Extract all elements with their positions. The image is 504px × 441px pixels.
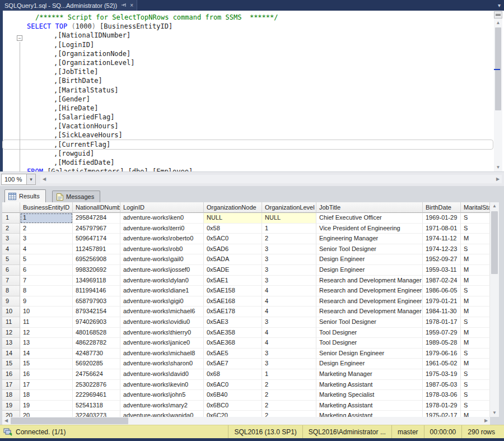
- grid-cell[interactable]: M: [461, 411, 490, 417]
- grid-cell[interactable]: M: [461, 234, 490, 244]
- grid-cell[interactable]: 4: [262, 296, 316, 307]
- grid-cell[interactable]: Senior Tool Designer: [316, 317, 423, 328]
- grid-cell[interactable]: 811994146: [73, 286, 120, 296]
- grid-scroll-left-icon[interactable]: ◀: [2, 417, 10, 425]
- grid-cell[interactable]: 2: [262, 234, 316, 244]
- tab-messages[interactable]: Messages: [52, 191, 100, 202]
- grid-cell[interactable]: M: [461, 296, 490, 307]
- grid-cell[interactable]: 1: [20, 213, 73, 224]
- grid-cell[interactable]: M: [461, 338, 490, 349]
- grid-cell[interactable]: 11: [20, 317, 73, 328]
- grid-cell[interactable]: 0x5ADE: [204, 265, 262, 276]
- grid-cell[interactable]: 1975-02-17: [423, 411, 461, 417]
- grid-row-header[interactable]: 3: [2, 234, 20, 244]
- grid-cell[interactable]: 245797967: [73, 224, 120, 234]
- grid-cell[interactable]: 2: [20, 224, 73, 234]
- grid-cell[interactable]: 1984-11-30: [423, 307, 461, 317]
- grid-cell[interactable]: M: [461, 359, 490, 369]
- grid-cell[interactable]: 3: [262, 359, 316, 369]
- grid-cell[interactable]: 480168528: [73, 328, 120, 338]
- grid-cell[interactable]: 0x5AE158: [204, 286, 262, 296]
- grid-cell[interactable]: 24756624: [73, 369, 120, 380]
- grid-cell[interactable]: 112457891: [73, 244, 120, 255]
- grid-cell[interactable]: 3: [20, 234, 73, 244]
- grid-cell[interactable]: 1969-01-29: [423, 213, 461, 224]
- grid-cell[interactable]: S: [461, 317, 490, 328]
- grid-cell[interactable]: adventure-works\terri0: [120, 224, 204, 234]
- editor-horizontal-scrollbar[interactable]: ◀ ▶: [40, 175, 502, 183]
- grid-cell[interactable]: adventure-works\gigi0: [120, 296, 204, 307]
- grid-cell[interactable]: 0x5AE168: [204, 296, 262, 307]
- grid-cell[interactable]: adventure-works\ken0: [120, 213, 204, 224]
- grid-cell[interactable]: 1978-01-17: [423, 317, 461, 328]
- grid-column-header[interactable]: NationalIDNumber: [73, 202, 120, 213]
- grid-cell[interactable]: 0x68: [204, 369, 262, 380]
- grid-cell[interactable]: M: [461, 265, 490, 276]
- grid-scroll-down-icon[interactable]: ▼: [490, 409, 499, 417]
- grid-cell[interactable]: 879342154: [73, 307, 120, 317]
- grid-cell[interactable]: Vice President of Engineering: [316, 224, 423, 234]
- grid-row-header[interactable]: 18: [2, 390, 20, 401]
- grid-cell[interactable]: 17: [20, 380, 73, 391]
- grid-cell[interactable]: 8: [20, 286, 73, 296]
- grid-cell[interactable]: M: [461, 328, 490, 338]
- grid-cell[interactable]: 0x5AE5: [204, 349, 262, 359]
- grid-row-header[interactable]: 17: [2, 380, 20, 391]
- grid-cell[interactable]: 0x5ADA: [204, 254, 262, 265]
- grid-cell[interactable]: adventure-works\kevin0: [120, 380, 204, 391]
- grid-vertical-scrollbar[interactable]: ▲ ▼: [490, 202, 499, 417]
- document-tab[interactable]: SQLQuery1.sql - SQ...Administrator (52))…: [0, 0, 137, 11]
- grid-corner-cell[interactable]: [2, 202, 20, 213]
- grid-row-header[interactable]: 7: [2, 276, 20, 286]
- grid-cell[interactable]: Research and Development Manager: [316, 276, 423, 286]
- grid-cell[interactable]: S: [461, 369, 490, 380]
- grid-row-header[interactable]: 10: [2, 307, 20, 317]
- grid-cell[interactable]: 3: [262, 317, 316, 328]
- grid-cell[interactable]: 14: [20, 349, 73, 359]
- grid-cell[interactable]: 16: [20, 369, 73, 380]
- grid-row-header[interactable]: 14: [2, 349, 20, 359]
- grid-cell[interactable]: 12: [20, 328, 73, 338]
- grid-cell[interactable]: 0x5AE178: [204, 307, 262, 317]
- grid-cell[interactable]: 20: [20, 411, 73, 417]
- grid-cell[interactable]: 1: [262, 224, 316, 234]
- grid-cell[interactable]: 1979-01-21: [423, 296, 461, 307]
- grid-cell[interactable]: Marketing Manager: [316, 369, 423, 380]
- grid-cell[interactable]: M: [461, 307, 490, 317]
- grid-cell[interactable]: S: [461, 380, 490, 391]
- grid-cell[interactable]: 1: [262, 369, 316, 380]
- grid-row-header[interactable]: 11: [2, 317, 20, 328]
- grid-cell[interactable]: 1961-05-02: [423, 359, 461, 369]
- grid-cell[interactable]: 0x6BC0: [204, 401, 262, 411]
- grid-cell[interactable]: 4: [262, 307, 316, 317]
- grid-cell[interactable]: Senior Tool Designer: [316, 244, 423, 255]
- grid-cell[interactable]: 1987-05-03: [423, 380, 461, 391]
- fold-collapse-icon[interactable]: −: [17, 35, 22, 41]
- grid-cell[interactable]: 1959-07-29: [423, 328, 461, 338]
- grid-cell[interactable]: 1989-05-28: [423, 338, 461, 349]
- grid-cell[interactable]: 3: [262, 254, 316, 265]
- grid-row-header[interactable]: 2: [2, 224, 20, 234]
- grid-cell[interactable]: 0x5AE358: [204, 328, 262, 338]
- grid-cell[interactable]: Marketing Assistant: [316, 380, 423, 391]
- grid-cell[interactable]: Research and Development Engineer: [316, 286, 423, 296]
- grid-cell[interactable]: 658797903: [73, 296, 120, 307]
- grid-scroll-right-icon[interactable]: ▶: [482, 417, 490, 425]
- scroll-down-icon[interactable]: ▼: [494, 164, 502, 171]
- grid-row-header[interactable]: 19: [2, 401, 20, 411]
- grid-cell[interactable]: 0x5AE3: [204, 317, 262, 328]
- grid-cell[interactable]: Tool Designer: [316, 328, 423, 338]
- grid-cell[interactable]: 1978-01-29: [423, 401, 461, 411]
- grid-cell[interactable]: 1975-03-19: [423, 369, 461, 380]
- grid-cell[interactable]: 4: [262, 338, 316, 349]
- grid-cell[interactable]: 1952-09-27: [423, 254, 461, 265]
- grid-row-header[interactable]: 8: [2, 286, 20, 296]
- grid-cell[interactable]: 18: [20, 390, 73, 401]
- grid-column-header[interactable]: BirthDate: [423, 202, 461, 213]
- grid-cell[interactable]: NULL: [204, 213, 262, 224]
- grid-cell[interactable]: 6: [20, 265, 73, 276]
- grid-cell[interactable]: Design Engineer: [316, 265, 423, 276]
- grid-row-header[interactable]: 13: [2, 338, 20, 349]
- grid-cell[interactable]: 253022876: [73, 380, 120, 391]
- grid-cell[interactable]: 134969118: [73, 276, 120, 286]
